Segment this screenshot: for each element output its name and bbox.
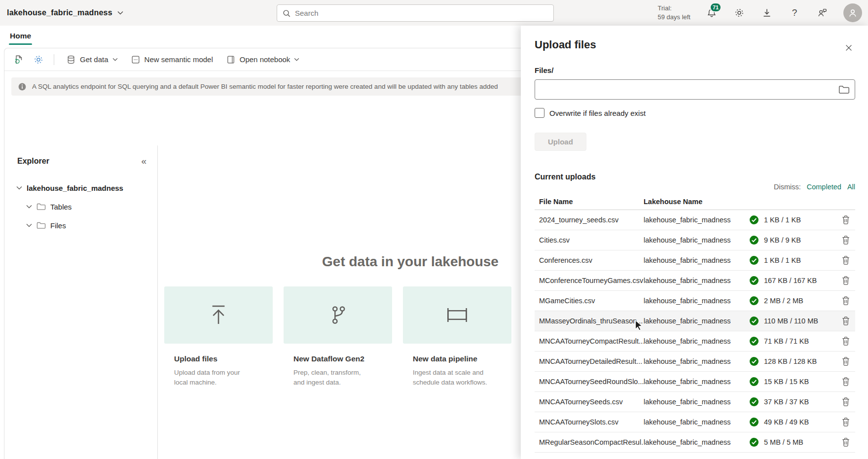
chevron-down-icon [112,58,118,61]
upload-file-name: MMasseyOrdinals_thruSeason... [539,317,644,325]
delete-upload-button[interactable] [841,215,850,225]
success-check-icon [749,235,764,245]
delete-upload-button[interactable] [841,316,850,326]
upload-row: MGameCities.csv lakehouse_fabric_madness… [535,291,855,311]
browse-files-button[interactable] [838,85,850,94]
upload-files-panel: Upload files Files/ Overwrite if files a… [521,26,868,459]
workspace-title: lakehouse_fabric_madness [7,8,112,17]
dismiss-completed-link[interactable]: Completed [807,183,841,191]
upload-lakehouse-name: lakehouse_fabric_madness [644,317,749,325]
success-check-icon [749,356,764,366]
upload-row: Cities.csv lakehouse_fabric_madness 9 KB… [535,230,855,250]
upload-size: 37 KB / 37 KB [764,398,838,406]
pipeline-icon [443,305,471,325]
success-check-icon [749,255,764,265]
upload-row: MNCAATourneyCompactResult... lakehouse_f… [535,331,855,352]
top-bar: lakehouse_fabric_madness Trial: 59 days … [0,0,868,26]
folder-icon [36,203,46,211]
chevron-down-icon [294,58,299,61]
success-check-icon [749,336,764,346]
notifications-button[interactable]: 71 [705,6,718,19]
upload-icon [205,302,232,328]
lakehouse-settings-button[interactable] [31,52,46,67]
chevron-down-icon [117,11,123,15]
dataflow-icon [326,303,350,327]
new-semantic-model-button[interactable]: New semantic model [127,52,217,67]
uploads-table-header: File Name Lakehouse Name [535,193,855,210]
delete-upload-button[interactable] [841,296,850,306]
upload-file-name: 2024_tourney_seeds.csv [539,216,644,224]
upload-size: 2 MB / 2 MB [764,297,838,305]
gear-blue-icon [33,54,44,65]
upload-lakehouse-name: lakehouse_fabric_madness [644,418,749,426]
success-check-icon [749,276,764,285]
delete-upload-button[interactable] [841,437,850,447]
search-input[interactable] [295,9,548,17]
upload-button[interactable]: Upload [535,133,586,151]
close-panel-button[interactable] [842,41,855,54]
upload-size: 5 MB / 5 MB [764,438,838,446]
banner-text: A SQL analytics endpoint for SQL queryin… [32,83,498,90]
workspace-switcher[interactable]: lakehouse_fabric_madness [7,8,123,17]
col-file-name: File Name [539,198,644,206]
upload-file-name: Cities.csv [539,236,644,244]
upload-file-name: MGameCities.csv [539,297,644,305]
chevron-down-icon [16,186,22,190]
upload-file-name: MConferenceTourneyGames.csv [539,277,644,284]
help-button[interactable]: ? [788,6,801,19]
files-path-label: Files/ [535,66,855,74]
success-check-icon [749,215,764,225]
settings-button[interactable] [733,6,746,19]
upload-row: MNCAATourneySeeds.csv lakehouse_fabric_m… [535,392,855,412]
upload-lakehouse-name: lakehouse_fabric_madness [644,236,749,244]
explorer-title: Explorer [17,157,49,166]
chevron-down-icon [26,205,32,209]
upload-file-name: MNCAATourneyCompactResult... [539,337,644,345]
upload-lakehouse-name: lakehouse_fabric_madness [644,438,749,446]
delete-upload-button[interactable] [841,397,850,407]
refresh-semantic-model-button[interactable] [11,52,26,67]
card-upload-files[interactable]: Upload files Upload data from your local… [164,286,273,388]
tree-node-files[interactable]: Files [4,216,157,235]
upload-lakehouse-name: lakehouse_fabric_madness [644,337,749,345]
delete-upload-button[interactable] [841,276,850,285]
upload-size: 1 KB / 1 KB [764,216,838,224]
info-icon [18,82,27,91]
get-data-button[interactable]: Get data [62,52,122,67]
delete-upload-button[interactable] [841,336,850,346]
success-check-icon [749,296,764,306]
tab-home[interactable]: Home [9,28,32,44]
notification-count-badge: 71 [710,2,722,12]
overwrite-label: Overwrite if files already exist [549,109,646,117]
delete-upload-button[interactable] [841,417,850,427]
delete-upload-button[interactable] [841,235,850,245]
upload-file-name: Conferences.csv [539,256,644,264]
tree-node-lakehouse-root[interactable]: lakehouse_fabric_madness [4,178,157,197]
upload-row: MConferenceTourneyGames.csv lakehouse_fa… [535,271,855,291]
upload-size: 167 KB / 167 KB [764,277,838,284]
overwrite-checkbox[interactable] [535,108,544,118]
tree-node-tables[interactable]: Tables [4,197,157,216]
search-icon [282,9,291,18]
upload-lakehouse-name: lakehouse_fabric_madness [644,378,749,386]
download-icon [762,8,772,18]
feedback-button[interactable] [816,6,829,19]
dismiss-all-link[interactable]: All [847,183,855,191]
open-notebook-button[interactable]: Open notebook [222,52,304,67]
collapse-pane-icon[interactable]: « [141,156,146,166]
search-box[interactable] [277,4,554,22]
delete-upload-button[interactable] [841,255,850,265]
database-icon [66,55,76,65]
delete-upload-button[interactable] [841,377,850,387]
user-avatar[interactable] [843,3,862,22]
explorer-pane: Explorer « lakehouse_fabric_madness [4,145,158,459]
card-new-dataflow-gen2[interactable]: New Dataflow Gen2 Prep, clean, transform… [284,286,392,388]
upload-lakehouse-name: lakehouse_fabric_madness [644,256,749,264]
delete-upload-button[interactable] [841,356,850,366]
upload-lakehouse-name: lakehouse_fabric_madness [644,398,749,406]
downloads-button[interactable] [760,6,773,19]
upload-size: 9 KB / 9 KB [764,236,838,244]
upload-size: 110 MB / 110 MB [764,317,838,325]
card-new-data-pipeline[interactable]: New data pipeline Ingest data at scale a… [403,286,511,388]
file-input[interactable] [540,85,838,94]
